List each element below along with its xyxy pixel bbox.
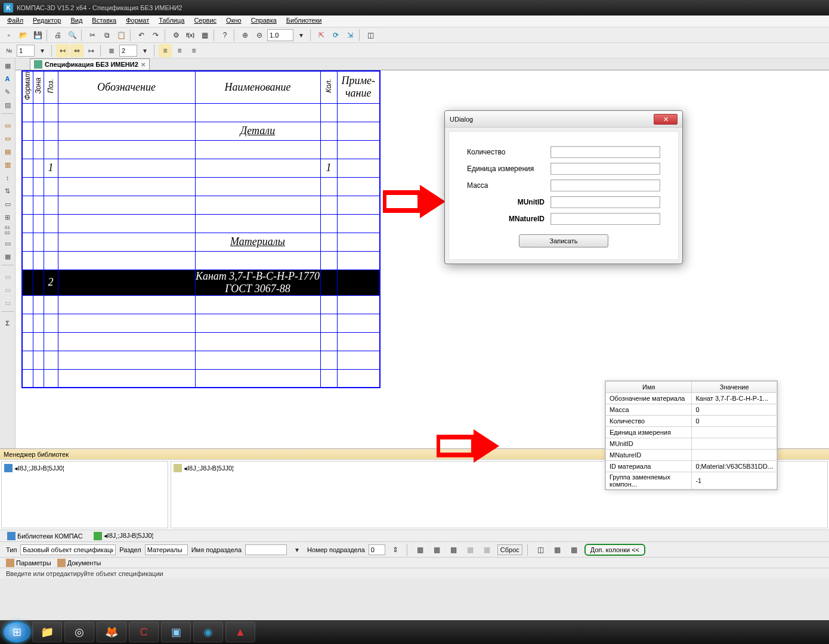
- table-row[interactable]: Материалы: [22, 233, 380, 251]
- lt-arrow2-icon[interactable]: ⇅: [2, 185, 14, 197]
- table-row[interactable]: [22, 177, 380, 196]
- table-row[interactable]: [22, 369, 380, 388]
- taskbar-chrome-icon[interactable]: ◎: [64, 622, 94, 642]
- propgrid-row[interactable]: Масса0: [606, 404, 777, 416]
- menu-format[interactable]: Формат: [121, 16, 154, 27]
- write-button[interactable]: Записать: [519, 234, 608, 247]
- menu-view[interactable]: Вид: [66, 16, 87, 27]
- table-row[interactable]: [22, 196, 380, 214]
- spec-table[interactable]: Формат Зона Поз. Обозначение Наименовани…: [21, 70, 381, 388]
- window-icon[interactable]: ◫: [364, 29, 377, 42]
- propgrid-row[interactable]: MUnitID: [606, 438, 777, 450]
- input-munit[interactable]: [550, 196, 660, 208]
- lt-obj1-icon[interactable]: ▭: [2, 119, 14, 131]
- al-center-icon[interactable]: ⇔: [70, 44, 83, 57]
- propgrid-row[interactable]: Количество0: [606, 416, 777, 427]
- input-mnat[interactable]: [550, 213, 660, 225]
- nav1-icon[interactable]: ⇱: [315, 29, 328, 42]
- libmgr-tab-kompas[interactable]: Библиотеки КОМПАС: [4, 531, 86, 541]
- table-row[interactable]: [22, 295, 380, 314]
- lt-gray1-icon[interactable]: ▭: [2, 271, 14, 283]
- menu-file[interactable]: Файл: [2, 16, 28, 27]
- input-qty[interactable]: [550, 146, 660, 158]
- table-row[interactable]: [22, 103, 380, 122]
- menu-libraries[interactable]: Библиотеки: [282, 16, 327, 27]
- menu-service[interactable]: Сервис: [189, 16, 221, 27]
- close-icon[interactable]: ✕: [141, 61, 146, 68]
- libmgr-tab-2[interactable]: ◂І8Јˌ;Ј8Ј›В¦5ЈЈ0¦: [90, 531, 157, 541]
- propgrid-row[interactable]: Единица измерения: [606, 427, 777, 438]
- taskbar-app-icon[interactable]: ▣: [161, 622, 191, 642]
- lt-obj9-icon[interactable]: ▦: [2, 250, 14, 262]
- copy-icon[interactable]: ⧉: [100, 29, 113, 42]
- nomer-stepper-icon[interactable]: ⇕: [389, 543, 402, 556]
- table-row[interactable]: Детали: [22, 122, 380, 140]
- list-icon[interactable]: ≣: [105, 44, 118, 57]
- lt-hatch-icon[interactable]: ▨: [2, 99, 14, 111]
- taskbar-pdf-icon[interactable]: ▲: [225, 622, 255, 642]
- lt-obj8-icon[interactable]: ▭: [2, 237, 14, 249]
- pb8-icon[interactable]: ▦: [568, 543, 581, 556]
- udialog-titlebar[interactable]: UDialog ✕: [445, 111, 682, 128]
- grid-icon[interactable]: ▦: [198, 29, 211, 42]
- table-row[interactable]: 11: [22, 159, 380, 177]
- input-imya[interactable]: [245, 544, 287, 555]
- lt-obj4-icon[interactable]: ▥: [2, 159, 14, 171]
- document-tab[interactable]: Спецификация БЕЗ ИМЕНИ2 ✕: [30, 58, 150, 70]
- nav3-icon[interactable]: ⇲: [344, 29, 357, 42]
- libmgr-tree[interactable]: ◂І8Јˌ;Ј8Ј›В¦5ЈЈ0¦: [1, 461, 168, 528]
- lt-obj5-icon[interactable]: ▭: [2, 198, 14, 210]
- taskbar-kompas-icon[interactable]: ◉: [193, 622, 223, 642]
- pb1-icon[interactable]: ▦: [414, 543, 427, 556]
- input-razdel[interactable]: [145, 544, 188, 555]
- preview-icon[interactable]: 🔍: [66, 29, 79, 42]
- table-row[interactable]: 2Канат 3,7-Г-В-С-Н-Р-1770 ГОСТ 3067-88: [22, 270, 380, 295]
- tool-icon[interactable]: ⚙: [169, 29, 182, 42]
- al-left-icon[interactable]: ↤: [56, 44, 69, 57]
- no-input[interactable]: [17, 45, 35, 57]
- tab-params[interactable]: Параметры: [6, 559, 51, 567]
- undo-icon[interactable]: ↶: [135, 29, 148, 42]
- step-drop-icon[interactable]: ▾: [138, 44, 151, 57]
- print-icon[interactable]: 🖨: [51, 29, 64, 42]
- input-tip[interactable]: [20, 544, 116, 555]
- pb6-icon[interactable]: ◫: [534, 543, 547, 556]
- para-center-icon[interactable]: ≡: [173, 44, 186, 57]
- fx-icon[interactable]: f(x): [184, 29, 197, 42]
- lt-spec-icon[interactable]: ▦: [2, 60, 14, 72]
- start-button[interactable]: ⊞: [4, 622, 30, 642]
- taskbar-firefox-icon[interactable]: 🦊: [97, 622, 126, 642]
- imya-drop-icon[interactable]: ▾: [290, 543, 304, 556]
- propgrid-row[interactable]: Группа заменяемых компон...-1: [606, 472, 777, 490]
- pb3-icon[interactable]: ▦: [447, 543, 460, 556]
- lt-obj3-icon[interactable]: ▤: [2, 145, 14, 157]
- pb4-icon[interactable]: ▦: [464, 543, 477, 556]
- propgrid-row[interactable]: MNatureID: [606, 450, 777, 461]
- table-row[interactable]: [22, 140, 380, 159]
- lt-arrow-icon[interactable]: ↕: [2, 172, 14, 184]
- table-row[interactable]: [22, 332, 380, 351]
- no-icon[interactable]: №: [2, 44, 16, 57]
- zoom-input[interactable]: [267, 29, 293, 41]
- redo-icon[interactable]: ↷: [149, 29, 162, 42]
- table-row[interactable]: [22, 251, 380, 270]
- table-row[interactable]: [22, 314, 380, 332]
- open-icon[interactable]: 📂: [17, 29, 30, 42]
- propgrid-row[interactable]: ID материала0;Material:V63C5B31DD...: [606, 461, 777, 472]
- help-icon[interactable]: ?: [218, 29, 231, 42]
- tab-docs[interactable]: Документы: [57, 559, 101, 567]
- lt-gray2-icon[interactable]: ▭: [2, 284, 14, 296]
- pb7-icon[interactable]: ▦: [551, 543, 564, 556]
- input-nomer[interactable]: [369, 544, 385, 555]
- new-icon[interactable]: ▫: [2, 29, 16, 42]
- menu-edit[interactable]: Редактор: [28, 16, 66, 27]
- zoomout-icon[interactable]: ⊖: [253, 29, 266, 42]
- input-unit[interactable]: [550, 163, 660, 175]
- para-right-icon[interactable]: ≡: [187, 44, 200, 57]
- sbros-button[interactable]: Сброс: [497, 544, 522, 555]
- al-right-icon[interactable]: ↦: [85, 44, 98, 57]
- step-input[interactable]: [119, 45, 137, 57]
- input-mass[interactable]: [550, 179, 660, 191]
- propgrid-row[interactable]: Обозначение материалаКанат 3,7-Г-В-С-Н-Р…: [606, 393, 777, 404]
- cut-icon[interactable]: ✂: [86, 29, 99, 42]
